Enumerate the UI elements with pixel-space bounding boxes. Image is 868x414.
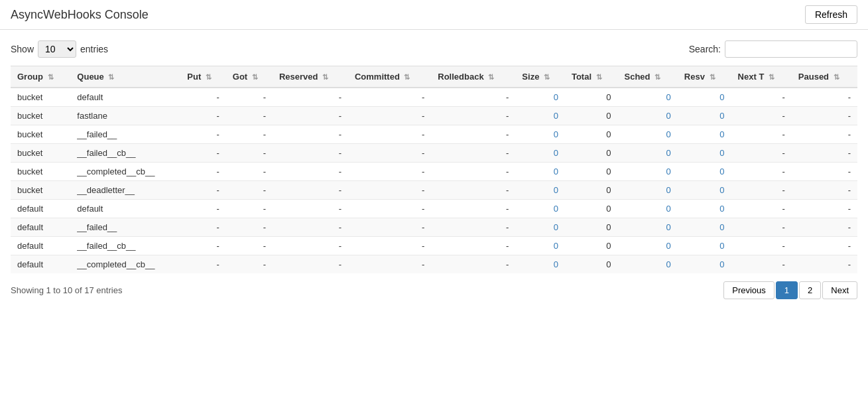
sort-icon-group: ⇅ xyxy=(48,73,54,81)
data-table: Group ⇅ Queue ⇅ Put ⇅ Got ⇅ Reserved ⇅ C… xyxy=(11,66,857,273)
controls-bottom: Showing 1 to 10 of 17 entries Previous 1… xyxy=(11,281,857,299)
cell-put: - xyxy=(180,107,225,125)
page-2-button[interactable]: 2 xyxy=(799,281,821,299)
col-size[interactable]: Size ⇅ xyxy=(515,66,565,88)
cell-resv: 0 xyxy=(678,237,731,255)
cell-queue: __failed__cb__ xyxy=(70,144,180,163)
cell-sched: 0 xyxy=(618,218,678,237)
col-queue[interactable]: Queue ⇅ xyxy=(70,66,180,88)
sort-icon-rolledback: ⇅ xyxy=(488,73,494,81)
table-row: default__completed__cb__-----0000-- xyxy=(11,255,857,274)
col-committed[interactable]: Committed ⇅ xyxy=(348,66,431,88)
cell-rolledback: - xyxy=(431,200,515,218)
header-row: Group ⇅ Queue ⇅ Put ⇅ Got ⇅ Reserved ⇅ C… xyxy=(11,66,857,88)
cell-paused: - xyxy=(792,218,857,237)
cell-next_t: - xyxy=(731,181,792,200)
cell-size: 0 xyxy=(515,163,565,181)
cell-resv: 0 xyxy=(678,181,731,200)
col-rolledback[interactable]: Rolledback ⇅ xyxy=(431,66,515,88)
cell-committed: - xyxy=(348,125,431,144)
sort-icon-resv: ⇅ xyxy=(710,73,715,81)
col-put[interactable]: Put ⇅ xyxy=(180,66,225,88)
col-reserved[interactable]: Reserved ⇅ xyxy=(273,66,348,88)
table-row: bucket__deadletter__-----0000-- xyxy=(11,181,857,200)
show-entries: Show 10 25 50 100 entries xyxy=(11,40,108,58)
cell-next_t: - xyxy=(731,255,792,274)
table-body: bucketdefault-----0000--bucketfastlane--… xyxy=(11,88,857,273)
cell-reserved: - xyxy=(273,107,348,125)
cell-reserved: - xyxy=(273,125,348,144)
controls-top: Show 10 25 50 100 entries Search: xyxy=(11,40,857,58)
previous-button[interactable]: Previous xyxy=(723,281,775,299)
table-row: bucket__completed__cb__-----0000-- xyxy=(11,163,857,181)
cell-queue: __failed__ xyxy=(70,125,180,144)
cell-rolledback: - xyxy=(431,218,515,237)
sort-icon-paused: ⇅ xyxy=(834,73,839,81)
cell-next_t: - xyxy=(731,144,792,163)
cell-size: 0 xyxy=(515,255,565,274)
next-button[interactable]: Next xyxy=(822,281,857,299)
cell-put: - xyxy=(180,181,225,200)
col-got[interactable]: Got ⇅ xyxy=(226,66,273,88)
cell-group: default xyxy=(11,200,70,218)
cell-paused: - xyxy=(792,125,857,144)
cell-put: - xyxy=(180,88,225,107)
cell-size: 0 xyxy=(515,237,565,255)
table-header: Group ⇅ Queue ⇅ Put ⇅ Got ⇅ Reserved ⇅ C… xyxy=(11,66,857,88)
cell-resv: 0 xyxy=(678,218,731,237)
cell-next_t: - xyxy=(731,163,792,181)
cell-sched: 0 xyxy=(618,88,678,107)
app-title: AsyncWebHooks Console xyxy=(11,8,149,22)
col-sched[interactable]: Sched ⇅ xyxy=(618,66,678,88)
cell-queue: __completed__cb__ xyxy=(70,255,180,274)
cell-paused: - xyxy=(792,200,857,218)
pagination: Previous 1 2 Next xyxy=(723,281,857,299)
cell-resv: 0 xyxy=(678,144,731,163)
cell-put: - xyxy=(180,255,225,274)
page-1-button[interactable]: 1 xyxy=(776,281,798,299)
table-row: bucket__failed__cb__-----0000-- xyxy=(11,144,857,163)
cell-reserved: - xyxy=(273,163,348,181)
search-input[interactable] xyxy=(725,40,857,58)
col-group[interactable]: Group ⇅ xyxy=(11,66,70,88)
cell-reserved: - xyxy=(273,237,348,255)
cell-paused: - xyxy=(792,181,857,200)
cell-committed: - xyxy=(348,218,431,237)
cell-got: - xyxy=(226,237,273,255)
col-resv[interactable]: Resv ⇅ xyxy=(678,66,731,88)
cell-size: 0 xyxy=(515,144,565,163)
table-row: bucket__failed__-----0000-- xyxy=(11,125,857,144)
entries-select[interactable]: 10 25 50 100 xyxy=(38,40,76,58)
cell-reserved: - xyxy=(273,218,348,237)
cell-rolledback: - xyxy=(431,255,515,274)
cell-paused: - xyxy=(792,107,857,125)
cell-got: - xyxy=(226,255,273,274)
col-paused[interactable]: Paused ⇅ xyxy=(792,66,857,88)
cell-next_t: - xyxy=(731,125,792,144)
cell-group: bucket xyxy=(11,88,70,107)
cell-put: - xyxy=(180,200,225,218)
cell-group: default xyxy=(11,237,70,255)
cell-rolledback: - xyxy=(431,88,515,107)
cell-paused: - xyxy=(792,237,857,255)
cell-reserved: - xyxy=(273,255,348,274)
search-box: Search: xyxy=(689,40,857,58)
col-next-t[interactable]: Next T ⇅ xyxy=(731,66,792,88)
cell-queue: __failed__cb__ xyxy=(70,237,180,255)
cell-queue: __deadletter__ xyxy=(70,181,180,200)
cell-size: 0 xyxy=(515,107,565,125)
sort-icon-next-t: ⇅ xyxy=(769,73,775,81)
cell-committed: - xyxy=(348,88,431,107)
cell-paused: - xyxy=(792,163,857,181)
refresh-button[interactable]: Refresh xyxy=(805,5,857,24)
col-total[interactable]: Total ⇅ xyxy=(565,66,618,88)
cell-queue: default xyxy=(70,88,180,107)
cell-resv: 0 xyxy=(678,163,731,181)
cell-got: - xyxy=(226,181,273,200)
cell-paused: - xyxy=(792,88,857,107)
cell-put: - xyxy=(180,218,225,237)
cell-total: 0 xyxy=(565,237,618,255)
table-row: default__failed__cb__-----0000-- xyxy=(11,237,857,255)
cell-rolledback: - xyxy=(431,125,515,144)
cell-total: 0 xyxy=(565,218,618,237)
